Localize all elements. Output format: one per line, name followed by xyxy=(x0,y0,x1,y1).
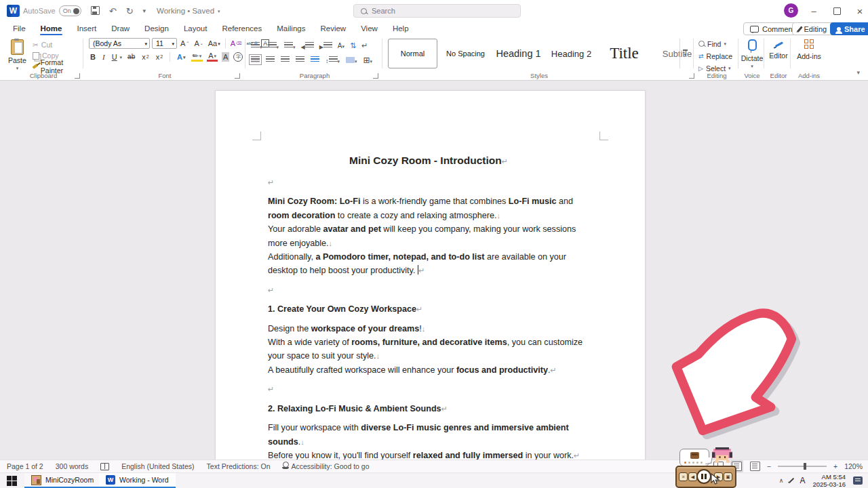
font-color-button[interactable]: A▾ xyxy=(207,52,218,62)
shrink-font-button[interactable]: A⌄ xyxy=(193,39,204,48)
style-no-spacing[interactable]: No Spacing xyxy=(441,39,490,68)
font-name-combo[interactable]: (Body As ▾ xyxy=(89,38,150,49)
style-heading-2[interactable]: Heading 2 xyxy=(547,39,596,68)
pen-tray-icon[interactable] xyxy=(789,478,794,483)
pause-button[interactable] xyxy=(696,469,711,484)
web-layout-button[interactable] xyxy=(750,462,760,471)
style-subtitle[interactable]: Subtitle xyxy=(652,39,702,68)
collapse-ribbon-button[interactable]: ▾ xyxy=(856,69,860,76)
clear-formatting-button[interactable]: A⌫ xyxy=(229,39,243,48)
subscript-button[interactable]: x2 xyxy=(140,52,150,62)
taskbar-app-minicozyroom[interactable]: MiniCozyRoom xyxy=(24,473,100,488)
text-effects-button[interactable]: A▾ xyxy=(176,52,186,62)
character-shading-button[interactable]: A xyxy=(222,52,229,62)
bullets-button[interactable]: ▾ xyxy=(251,39,262,52)
hidden-icons-button[interactable]: ∧ xyxy=(779,477,784,484)
styles-gallery-more-button[interactable]: ▾ xyxy=(679,39,690,68)
account-avatar[interactable]: G xyxy=(784,3,798,18)
minimize-button[interactable]: – xyxy=(802,0,825,22)
shading-button[interactable]: ▾ xyxy=(346,54,357,66)
format-painter-button[interactable]: Format Painter xyxy=(33,61,81,72)
tab-help[interactable]: Help xyxy=(385,22,416,36)
italic-button[interactable]: I xyxy=(101,52,106,62)
paragraph-dialog-launcher[interactable] xyxy=(373,73,378,79)
multilevel-list-button[interactable]: ▾ xyxy=(284,39,296,52)
find-button[interactable]: Find▾ xyxy=(698,39,732,49)
borders-button[interactable]: ⊞▾ xyxy=(363,54,373,66)
tab-references[interactable]: References xyxy=(214,22,269,36)
align-left-button[interactable] xyxy=(251,56,260,63)
style-normal[interactable]: Normal xyxy=(388,39,437,68)
sort-button[interactable]: ⇅ xyxy=(350,41,356,50)
bold-button[interactable]: B xyxy=(89,52,97,62)
highlight-button[interactable]: ✎▾ xyxy=(191,52,203,62)
style-title[interactable]: Title xyxy=(599,39,649,68)
accessibility-status[interactable]: Accessibility: Good to go xyxy=(283,462,370,470)
style-heading-1[interactable]: Heading 1 xyxy=(494,39,543,68)
tab-view[interactable]: View xyxy=(353,22,385,36)
page[interactable]: Mini Cozy Room - Introduction↵↵Mini Cozy… xyxy=(215,90,646,460)
font-size-combo[interactable]: 11 ▾ xyxy=(152,38,177,49)
cut-button[interactable]: ✂ Cut xyxy=(33,39,81,50)
chevron-down-icon[interactable]: ▾ xyxy=(120,55,123,60)
justify-button[interactable] xyxy=(296,56,304,63)
replace-button[interactable]: ⇄Replace xyxy=(698,51,732,61)
language-indicator[interactable]: English (United States) xyxy=(121,462,194,470)
tab-home[interactable]: Home xyxy=(33,22,70,36)
change-case-button[interactable]: Aa▾ xyxy=(207,39,222,48)
word-app-icon[interactable]: W xyxy=(7,5,20,17)
font-dialog-launcher[interactable] xyxy=(235,73,240,79)
share-button[interactable]: Share ▾ xyxy=(830,22,868,35)
line-spacing-button[interactable]: ↕▾ xyxy=(326,54,340,66)
asian-layout-button[interactable]: A▾ xyxy=(338,42,344,49)
superscript-button[interactable]: x2 xyxy=(155,52,164,62)
text-predictions[interactable]: Text Predictions: On xyxy=(207,462,271,470)
decrease-indent-button[interactable]: ◀ xyxy=(301,39,314,52)
paste-button[interactable]: Paste ▾ xyxy=(8,36,26,70)
proofing-icon[interactable] xyxy=(100,463,109,470)
numbering-button[interactable]: ▾ xyxy=(268,39,279,52)
align-right-button[interactable] xyxy=(281,56,290,63)
strikethrough-button[interactable]: ab xyxy=(126,52,136,62)
increase-indent-button[interactable]: ▶ xyxy=(319,39,332,52)
align-center-button[interactable] xyxy=(266,56,275,63)
word-count[interactable]: 300 words xyxy=(56,462,88,470)
underline-button[interactable]: U xyxy=(111,52,119,62)
tab-insert[interactable]: Insert xyxy=(69,22,104,36)
loop-button[interactable]: ▣ xyxy=(724,472,732,481)
tab-layout[interactable]: Layout xyxy=(176,22,215,36)
tab-review[interactable]: Review xyxy=(313,22,353,36)
zoom-slider-thumb[interactable] xyxy=(804,463,806,470)
playlist-button[interactable]: ≡ xyxy=(679,472,688,481)
distribute-button[interactable] xyxy=(311,56,319,63)
addins-button[interactable]: Add-ins xyxy=(793,36,825,60)
maximize-button[interactable] xyxy=(825,0,848,22)
enclose-characters-button[interactable]: 字 xyxy=(233,52,243,62)
tab-mailings[interactable]: Mailings xyxy=(269,22,313,36)
search-input[interactable]: Search xyxy=(353,4,521,18)
grow-font-button[interactable]: A⌃ xyxy=(179,39,191,48)
zoom-slider[interactable] xyxy=(778,466,827,468)
tab-draw[interactable]: Draw xyxy=(104,22,137,36)
redo-button[interactable]: ↻ xyxy=(126,7,134,16)
page-indicator[interactable]: Page 1 of 2 xyxy=(7,462,43,470)
tab-design[interactable]: Design xyxy=(137,22,176,36)
start-button[interactable] xyxy=(7,476,17,486)
zoom-in-button[interactable]: + xyxy=(833,462,837,470)
autosave-toggle[interactable]: On xyxy=(59,5,81,16)
document-content[interactable]: Mini Cozy Room - Introduction↵↵Mini Cozy… xyxy=(268,153,589,460)
clipboard-dialog-launcher[interactable] xyxy=(75,73,80,79)
ime-indicator[interactable]: A xyxy=(800,476,805,485)
show-hide-paragraph-button[interactable]: ↵ xyxy=(361,41,368,50)
undo-button[interactable]: ↶ xyxy=(109,7,117,16)
clock[interactable]: AM 5:54 2025-03-16 xyxy=(812,473,846,488)
dictate-button[interactable]: Dictate ▾ xyxy=(741,36,764,68)
quick-access-overflow-button[interactable]: ▾ xyxy=(143,8,146,14)
close-button[interactable]: × xyxy=(848,0,868,22)
document-title-menu[interactable]: Working • Saved ▾ xyxy=(157,7,220,15)
zoom-out-button[interactable]: − xyxy=(767,462,771,470)
notification-center-icon[interactable] xyxy=(853,476,863,485)
save-button[interactable] xyxy=(91,6,100,16)
tab-file[interactable]: File xyxy=(5,22,33,36)
styles-dialog-launcher[interactable] xyxy=(689,73,694,79)
